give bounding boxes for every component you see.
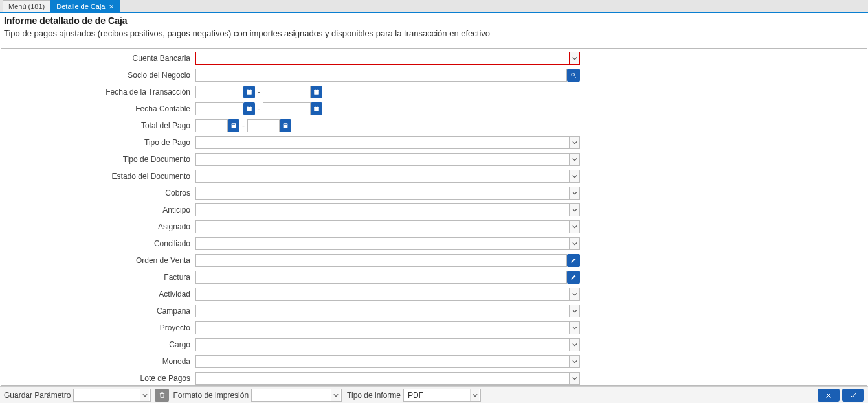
estado-documento-select[interactable] <box>195 170 580 183</box>
field-label: Tipo de Pago <box>1 138 195 147</box>
socio-negocio-input[interactable] <box>195 69 567 82</box>
calendar-icon[interactable] <box>311 86 322 98</box>
orden-venta-lookup <box>195 254 580 267</box>
tipo-documento-select[interactable] <box>195 153 580 166</box>
chevron-down-icon[interactable] <box>570 136 580 149</box>
chevron-down-icon[interactable] <box>570 338 580 351</box>
field-control: - <box>195 119 580 132</box>
anticipo-select[interactable] <box>195 203 580 216</box>
fecha-contable-to-input[interactable] <box>263 102 311 115</box>
field-control <box>195 69 580 82</box>
chevron-down-icon[interactable] <box>570 321 580 334</box>
chevron-down-icon[interactable] <box>570 372 580 385</box>
lote-pagos-input[interactable] <box>195 372 570 385</box>
lote-pagos-select[interactable] <box>195 372 580 385</box>
total-pago-from-input[interactable] <box>195 119 228 132</box>
proyecto-select[interactable] <box>195 321 580 334</box>
fecha-transaccion-from-input[interactable] <box>195 86 243 98</box>
actividad-select[interactable] <box>195 288 580 301</box>
campana-input[interactable] <box>195 305 570 317</box>
estado-documento-input[interactable] <box>195 170 570 183</box>
conciliado-select[interactable] <box>195 237 580 250</box>
field-label: Cobros <box>1 189 195 198</box>
chevron-down-icon[interactable] <box>140 389 149 401</box>
chevron-down-icon[interactable] <box>570 203 580 216</box>
factura-lookup <box>195 271 580 284</box>
chevron-down-icon[interactable] <box>570 170 580 183</box>
field-label: Asignado <box>1 222 195 231</box>
chevron-down-icon[interactable] <box>570 305 580 317</box>
moneda-select[interactable] <box>195 355 580 368</box>
field-row-proyecto: Proyecto <box>1 321 862 335</box>
tab-menu[interactable]: Menú (181) <box>3 0 50 12</box>
socio-negocio-lookup <box>195 69 580 82</box>
fecha-transaccion-to-input[interactable] <box>263 86 311 98</box>
orden-venta-input[interactable] <box>195 254 567 267</box>
svg-rect-10 <box>232 124 235 125</box>
chevron-down-icon[interactable] <box>570 288 580 301</box>
field-row-socio-negocio: Socio del Negocio <box>1 68 862 82</box>
anticipo-input[interactable] <box>195 203 570 216</box>
svg-point-0 <box>572 73 575 76</box>
close-icon <box>825 391 832 399</box>
field-row-estado-documento: Estado del Documento <box>1 169 862 183</box>
close-icon[interactable]: ✕ <box>109 3 114 10</box>
campana-select[interactable] <box>195 305 580 317</box>
cobros-select[interactable] <box>195 187 580 200</box>
chevron-down-icon[interactable] <box>570 52 580 65</box>
chevron-down-icon[interactable] <box>570 153 580 166</box>
calendar-icon[interactable] <box>243 102 255 115</box>
asignado-input[interactable] <box>195 220 570 233</box>
cuenta-bancaria-input[interactable] <box>195 52 570 65</box>
proyecto-input[interactable] <box>195 321 570 334</box>
field-row-lote-pagos: Lote de Pagos <box>1 371 862 386</box>
chevron-down-icon[interactable] <box>331 389 340 401</box>
edit-icon[interactable] <box>567 254 580 267</box>
cancel-button[interactable] <box>818 389 840 402</box>
calendar-icon[interactable] <box>311 102 322 115</box>
field-label: Factura <box>1 273 195 282</box>
moneda-input[interactable] <box>195 355 570 368</box>
search-icon[interactable] <box>567 69 580 82</box>
tipo-informe-select[interactable] <box>403 389 481 402</box>
formato-impresion-input[interactable] <box>253 389 331 401</box>
guardar-parametro-select[interactable] <box>73 389 151 402</box>
tipo-documento-input[interactable] <box>195 153 570 166</box>
asignado-select[interactable] <box>195 220 580 233</box>
cuenta-bancaria-select[interactable] <box>195 52 580 65</box>
field-label: Tipo de Documento <box>1 155 195 164</box>
guardar-parametro-input[interactable] <box>75 389 140 401</box>
tab-detalle-caja[interactable]: Detalle de Caja ✕ <box>50 0 120 12</box>
chevron-down-icon[interactable] <box>570 187 580 200</box>
chevron-down-icon[interactable] <box>570 237 580 250</box>
formato-impresion-select[interactable] <box>251 389 342 402</box>
tab-label: Detalle de Caja <box>56 3 105 10</box>
svg-rect-11 <box>284 123 288 128</box>
edit-icon[interactable] <box>567 271 580 284</box>
chevron-down-icon[interactable] <box>570 355 580 368</box>
cargo-input[interactable] <box>195 338 570 351</box>
fecha-contable-daterange: - <box>195 102 322 115</box>
calculator-icon[interactable] <box>228 119 239 132</box>
ok-button[interactable] <box>842 389 864 402</box>
conciliado-input[interactable] <box>195 237 570 250</box>
field-control <box>195 355 580 368</box>
field-control <box>195 203 580 216</box>
tipo-pago-select[interactable] <box>195 136 580 149</box>
delete-parameter-button[interactable] <box>155 389 169 402</box>
calculator-icon[interactable] <box>280 119 291 132</box>
field-row-cuenta-bancaria: Cuenta Bancaria <box>1 51 862 65</box>
chevron-down-icon[interactable] <box>470 389 479 401</box>
cargo-select[interactable] <box>195 338 580 351</box>
cobros-input[interactable] <box>195 187 570 200</box>
calendar-icon[interactable] <box>243 86 255 98</box>
factura-input[interactable] <box>195 271 567 284</box>
total-pago-to-input[interactable] <box>247 119 280 132</box>
tipo-informe-input[interactable] <box>405 389 470 401</box>
tipo-pago-input[interactable] <box>195 136 570 149</box>
field-label: Conciliado <box>1 239 195 248</box>
fecha-contable-from-input[interactable] <box>195 102 243 115</box>
field-row-factura: Factura <box>1 270 862 284</box>
actividad-input[interactable] <box>195 288 570 301</box>
chevron-down-icon[interactable] <box>570 220 580 233</box>
